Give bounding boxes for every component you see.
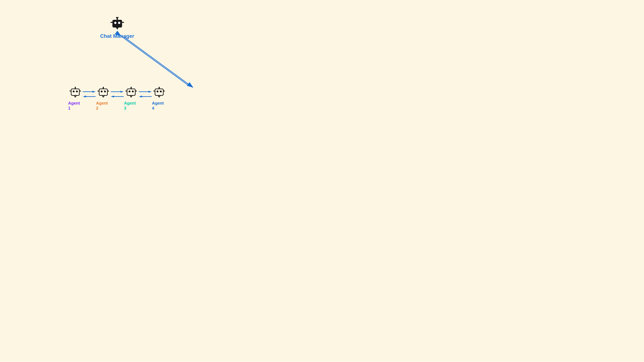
agent-3: Agent 3 [124, 85, 138, 111]
arrow-left-2-3 [111, 95, 124, 98]
svg-rect-29 [108, 91, 109, 91]
svg-marker-23 [83, 96, 86, 97]
chat-manager-robot-icon [109, 16, 125, 32]
svg-rect-49 [158, 87, 160, 89]
svg-point-6 [118, 22, 120, 24]
svg-marker-32 [120, 91, 124, 93]
agent-3-robot-icon [124, 85, 138, 99]
svg-rect-50 [154, 91, 155, 91]
svg-marker-11 [116, 27, 118, 29]
diagram-container: Chat Manager Agent 1 [29, 16, 206, 115]
agent-1-label: Agent 1 [68, 101, 82, 111]
svg-rect-27 [103, 87, 104, 89]
svg-point-36 [129, 90, 130, 92]
agent-2: Agent 2 [96, 85, 110, 111]
agents-row: Agent 1 [68, 85, 166, 111]
arrow-1-2 [82, 90, 96, 98]
svg-rect-51 [163, 91, 165, 91]
chat-manager-label: Chat Manager [100, 33, 134, 39]
svg-rect-8 [116, 17, 118, 18]
svg-marker-34 [111, 96, 114, 97]
svg-rect-35 [127, 89, 135, 95]
arrow-right-3-4 [139, 90, 152, 93]
svg-marker-52 [158, 95, 160, 97]
svg-point-25 [100, 90, 102, 92]
svg-rect-10 [122, 22, 124, 23]
agent-2-label: Agent 2 [96, 101, 110, 111]
arrow-right-2-3 [111, 90, 124, 93]
svg-point-13 [72, 90, 74, 92]
svg-rect-15 [75, 87, 76, 89]
arrow-left-1-2 [83, 95, 96, 98]
arrow-2-3 [110, 90, 124, 98]
svg-rect-46 [155, 89, 163, 95]
arrow-3-4 [138, 90, 152, 98]
svg-point-14 [76, 90, 78, 92]
agent-1: Agent 1 [68, 85, 82, 111]
svg-point-48 [160, 90, 162, 92]
svg-rect-39 [126, 91, 127, 91]
agent-3-label: Agent 3 [124, 101, 138, 111]
svg-point-47 [156, 90, 158, 92]
svg-rect-28 [98, 91, 99, 91]
svg-marker-18 [74, 95, 76, 97]
svg-marker-30 [102, 95, 104, 97]
svg-marker-45 [139, 96, 142, 97]
svg-point-5 [114, 22, 116, 24]
svg-marker-41 [130, 95, 132, 97]
agent-4-robot-icon [152, 85, 166, 99]
svg-rect-12 [71, 89, 79, 95]
agent-4-label: Agent 4 [152, 101, 166, 111]
svg-line-3 [121, 36, 190, 86]
svg-point-26 [104, 90, 106, 92]
svg-rect-17 [79, 91, 81, 91]
svg-line-2 [124, 37, 193, 87]
svg-marker-21 [92, 91, 96, 93]
svg-point-37 [132, 90, 134, 92]
svg-marker-43 [148, 91, 152, 93]
svg-rect-24 [99, 89, 108, 95]
agent-4: Agent 4 [152, 85, 166, 111]
arrow-right-1-2 [83, 90, 96, 93]
arrow-left-3-4 [139, 95, 152, 98]
svg-rect-9 [110, 22, 112, 23]
svg-rect-38 [130, 87, 132, 89]
svg-rect-40 [135, 91, 137, 91]
agent-2-robot-icon [96, 85, 110, 99]
chat-manager: Chat Manager [100, 16, 134, 39]
svg-rect-4 [112, 20, 122, 27]
svg-rect-16 [70, 91, 71, 91]
agent-1-robot-icon [68, 85, 82, 99]
